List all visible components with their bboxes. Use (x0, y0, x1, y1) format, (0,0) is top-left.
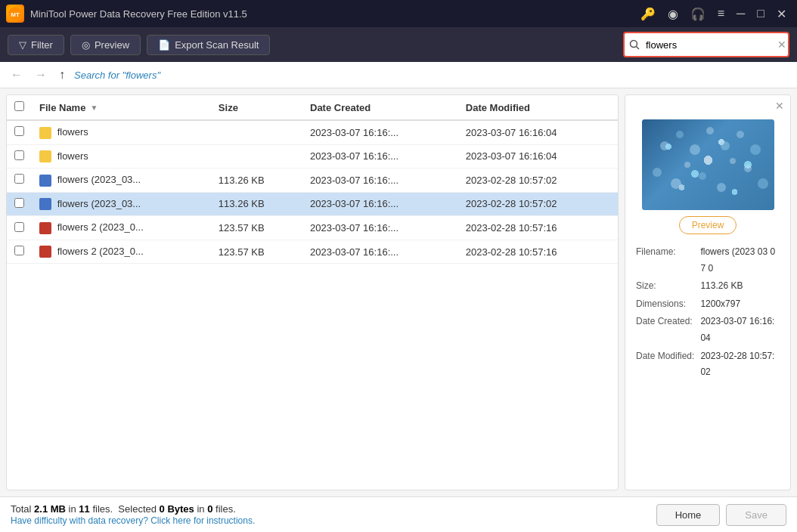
export-label: Export Scan Result (175, 39, 259, 51)
search-input[interactable] (644, 36, 774, 54)
file-table-wrap: File Name ▼ Size Date Created Date Modif… (7, 95, 618, 490)
svg-point-8 (721, 141, 730, 150)
svg-point-5 (676, 131, 684, 138)
filter-label: Filter (31, 39, 53, 51)
preview-icon: ◎ (82, 39, 90, 51)
row-size: 113.26 KB (211, 192, 302, 216)
table-row[interactable]: flowers 2 (2023_0... 123.57 KB 2023-03-0… (7, 240, 618, 264)
row-date-modified: 2023-03-07 16:16:04 (458, 144, 618, 169)
filter-button[interactable]: ▽ Filter (8, 35, 64, 55)
selected-size: 0 Bytes (160, 503, 194, 515)
header-filename[interactable]: File Name ▼ (32, 95, 211, 120)
svg-point-11 (653, 168, 662, 177)
table-row[interactable]: flowers 2 (2023_0... 123.57 KB 2023-03-0… (7, 216, 618, 240)
save-button: Save (726, 504, 786, 526)
table-header-row: File Name ▼ Size Date Created Date Modif… (7, 95, 618, 120)
row-checkbox[interactable] (14, 222, 24, 232)
minimize-button[interactable]: ─ (732, 5, 749, 23)
header-date-created[interactable]: Date Created (302, 95, 458, 120)
toolbar: ▽ Filter ◎ Preview 📄 Export Scan Result … (0, 27, 797, 62)
file-info: Filename: flowers (2023 03 07 0 Size: 11… (634, 243, 781, 382)
restore-button[interactable]: □ (752, 5, 769, 23)
row-date-modified: 2023-02-28 10:57:16 (458, 216, 618, 240)
size-value: 113.26 KB (699, 277, 781, 295)
window-controls: 🔑 ◉ 🎧 ≡ ─ □ ✕ (636, 5, 791, 23)
row-filename: flowers (32, 120, 211, 144)
row-size (211, 120, 302, 144)
home-button[interactable]: Home (656, 504, 721, 526)
info-row-filename: Filename: flowers (2023 03 07 0 (634, 243, 781, 277)
svg-point-7 (706, 127, 714, 135)
export-button[interactable]: 📄 Export Scan Result (147, 35, 270, 55)
row-date-created: 2023-03-07 16:16:... (302, 120, 458, 144)
circle-icon[interactable]: ◉ (663, 5, 683, 23)
row-checkbox-cell (7, 216, 32, 240)
row-filename: flowers 2 (2023_0... (32, 240, 211, 264)
row-filename: flowers (32, 144, 211, 169)
preview-label: Preview (95, 39, 129, 51)
date-created-label: Date Created: (634, 313, 699, 347)
header-checkbox-cell (7, 95, 32, 120)
up-button[interactable]: ↑ (56, 66, 68, 83)
search-label: Search for "flowers" (74, 70, 160, 81)
svg-point-16 (758, 178, 768, 189)
row-checkbox[interactable] (14, 198, 24, 208)
sort-icon: ▼ (90, 104, 98, 112)
row-filename: flowers (2023_03... (32, 169, 211, 193)
date-created-value: 2023-03-07 16:16:04 (699, 313, 781, 347)
row-date-created: 2023-03-07 16:16:... (302, 192, 458, 216)
statusbar-actions: Home Save (656, 504, 786, 526)
svg-point-17 (684, 162, 690, 168)
row-checkbox[interactable] (14, 126, 24, 136)
svg-point-2 (631, 41, 637, 48)
svg-point-14 (717, 183, 726, 192)
filename-label: Filename: (634, 243, 699, 277)
table-row[interactable]: flowers 2023-03-07 16:16:... 2023-03-07 … (7, 144, 618, 169)
search-clear-icon[interactable]: ✕ (774, 39, 789, 51)
menu-icon[interactable]: ≡ (713, 5, 729, 23)
header-size[interactable]: Size (211, 95, 302, 120)
table-row[interactable]: flowers (2023_03... 113.26 KB 2023-03-07… (7, 192, 618, 216)
key-icon[interactable]: 🔑 (636, 5, 660, 23)
app-logo: MT (6, 5, 24, 23)
svg-point-10 (750, 144, 761, 155)
help-link[interactable]: Have difficulty with data recovery? Clic… (11, 515, 255, 526)
preview-panel-button[interactable]: Preview (679, 216, 737, 234)
forward-button[interactable]: → (32, 66, 50, 83)
svg-line-3 (637, 47, 640, 50)
row-checkbox-cell (7, 192, 32, 216)
back-button[interactable]: ← (8, 66, 26, 83)
table-row[interactable]: flowers (2023_03... 113.26 KB 2023-03-07… (7, 169, 618, 193)
row-date-modified: 2023-02-28 10:57:16 (458, 240, 618, 264)
preview-button[interactable]: ◎ Preview (70, 35, 141, 55)
select-all-checkbox[interactable] (14, 101, 24, 111)
main-content: File Name ▼ Size Date Created Date Modif… (0, 88, 797, 496)
row-checkbox[interactable] (14, 246, 24, 255)
titlebar: MT MiniTool Power Data Recovery Free Edi… (0, 0, 797, 27)
search-icon (625, 36, 644, 53)
svg-point-12 (671, 178, 681, 189)
search-label-text: Search for (74, 70, 119, 81)
row-size: 123.57 KB (211, 216, 302, 240)
row-size: 123.57 KB (211, 240, 302, 264)
filter-icon: ▽ (19, 39, 26, 51)
selected-files: 0 (207, 503, 212, 515)
header-date-modified[interactable]: Date Modified (458, 95, 618, 120)
row-date-modified: 2023-02-28 10:57:02 (458, 169, 618, 193)
close-button[interactable]: ✕ (772, 5, 791, 23)
table-row[interactable]: flowers 2023-03-07 16:16:... 2023-03-07 … (7, 120, 618, 144)
row-checkbox[interactable] (14, 174, 24, 184)
search-term: "flowers" (122, 70, 160, 81)
right-panel-close-icon[interactable]: ✕ (775, 100, 784, 112)
date-modified-value: 2023-02-28 10:57:02 (699, 348, 781, 382)
svg-point-18 (730, 158, 736, 164)
row-filename: flowers 2 (2023_0... (32, 216, 211, 240)
headset-icon[interactable]: 🎧 (686, 5, 710, 23)
row-checkbox[interactable] (14, 150, 24, 160)
row-checkbox-cell (7, 169, 32, 193)
navbar: ← → ↑ Search for "flowers" (0, 62, 797, 88)
row-date-created: 2023-03-07 16:16:... (302, 169, 458, 193)
total-files: 11 (79, 503, 89, 515)
statusbar: Total 2.1 MB in 11 files. Selected 0 Byt… (0, 496, 797, 532)
svg-point-9 (737, 131, 744, 138)
